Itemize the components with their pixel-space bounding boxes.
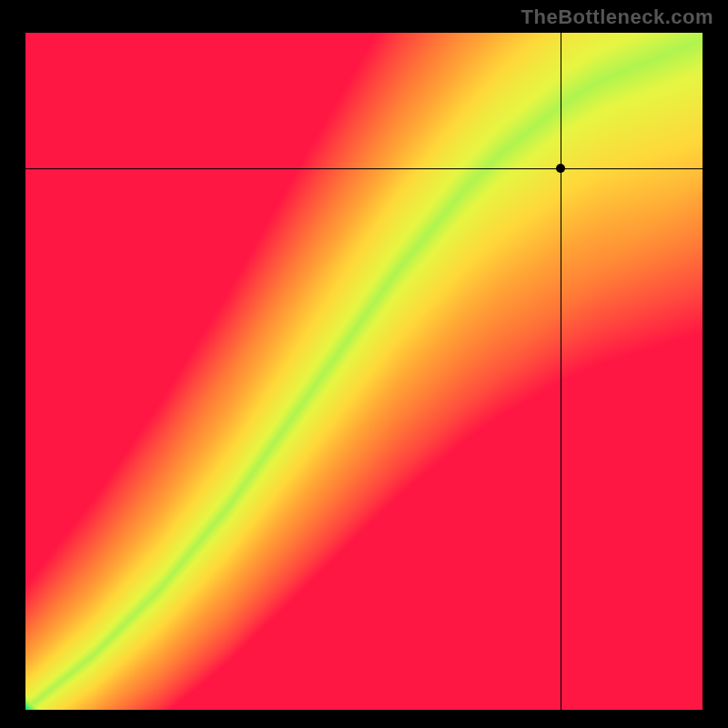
heatmap-plot bbox=[25, 33, 703, 710]
chart-frame: TheBottleneck.com bbox=[0, 0, 728, 728]
heatmap-canvas bbox=[25, 33, 703, 710]
watermark-text: TheBottleneck.com bbox=[521, 5, 713, 29]
operating-point-marker bbox=[556, 164, 565, 173]
crosshair-vertical bbox=[561, 33, 561, 710]
crosshair-horizontal bbox=[25, 168, 703, 169]
